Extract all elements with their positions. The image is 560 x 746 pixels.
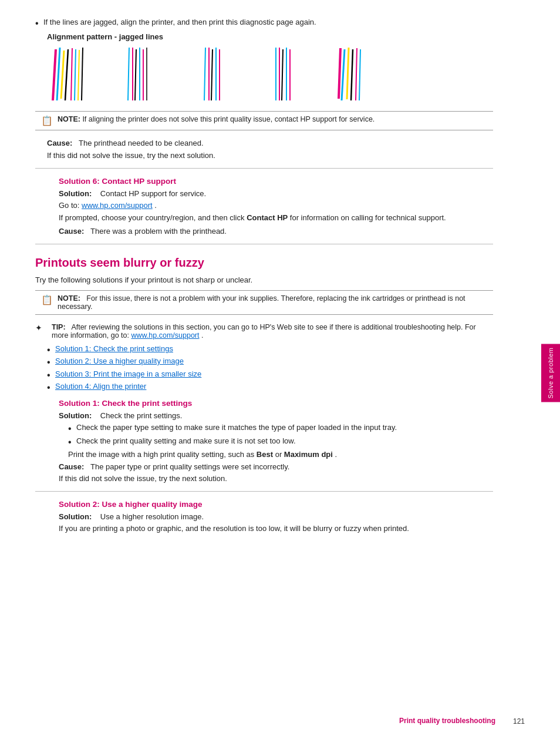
solution1-maxdpi: Maximum dpi: [284, 450, 333, 459]
solution1-bullet-2: • Check the print quality setting and ma…: [68, 436, 493, 448]
solution6-solution-text: Contact HP support for service.: [100, 189, 206, 198]
svg-line-7: [82, 48, 83, 100]
solution6-contact-hp: Contact HP: [247, 213, 288, 222]
tip-link[interactable]: www.hp.com/support: [131, 331, 199, 340]
svg-line-26: [347, 48, 349, 99]
svg-line-6: [78, 50, 79, 100]
solution6-solution-label: Solution:: [59, 189, 92, 198]
svg-line-1: [57, 48, 60, 100]
solution2-heading: Solution 2: Use a higher quality image: [59, 500, 493, 509]
alignment-pattern-image: [47, 45, 493, 105]
page-footer: Print quality troubleshooting 121: [399, 714, 525, 728]
link-3[interactable]: Solution 3: Print the image in a smaller…: [55, 369, 201, 378]
svg-line-10: [135, 49, 136, 100]
divider-1: [35, 168, 493, 169]
bullet-text: If the lines are jagged, align the print…: [43, 18, 316, 26]
link-4[interactable]: Solution 4: Align the printer: [55, 382, 146, 391]
solution1-block: Solution 1: Check the print settings Sol…: [59, 399, 493, 483]
tip-box: ✦ TIP: After reviewing the solutions in …: [35, 323, 493, 340]
link-list-item-3: • Solution 3: Print the image in a small…: [47, 369, 493, 381]
svg-line-28: [356, 48, 357, 100]
note-content-2: NOTE: For this issue, there is not a pro…: [58, 294, 487, 311]
svg-line-0: [53, 49, 56, 100]
divider-2: [35, 244, 493, 244]
solution1-period: .: [335, 450, 338, 459]
solution1-bullet-1: • Check the paper type setting to make s…: [68, 423, 493, 434]
cause-label-s1: Cause:: [59, 462, 84, 471]
link-bullet-3: •: [47, 369, 55, 381]
bullet-dot: •: [35, 18, 43, 29]
solution1-b1-dot: •: [68, 423, 76, 434]
solution1-best: Best: [257, 450, 273, 459]
solution6-goto-link[interactable]: www.hp.com/support: [82, 201, 153, 210]
top-bullet: • If the lines are jagged, align the pri…: [35, 18, 493, 29]
side-tab-label: Solve a problem: [541, 344, 560, 402]
note-text-1-content: If aligning the printer does not solve t…: [82, 115, 375, 123]
solution6-goto-text: Go to:: [59, 201, 82, 210]
solution1-b2-dot: •: [68, 436, 76, 448]
solution6-prompted: If prompted, choose your country/region,…: [59, 213, 493, 222]
tip-label: TIP:: [52, 323, 66, 331]
solution1-extra-text: Print the image with a high print qualit…: [68, 450, 257, 459]
link-list: • Solution 1: Check the print settings •…: [47, 344, 493, 393]
note-label-1: NOTE:: [58, 115, 80, 123]
solution1-b1-text: Check the paper type setting to make sur…: [76, 423, 397, 432]
svg-line-21: [282, 49, 283, 100]
tip-icon: ✦: [35, 323, 47, 332]
cause-6: Cause: There was a problem with the prin…: [59, 227, 493, 236]
solution1-solution-label: Solution:: [59, 411, 92, 420]
cause-text-1: [75, 139, 77, 147]
solution1-or: or: [275, 450, 284, 459]
link-2[interactable]: Solution 2: Use a higher quality image: [55, 357, 184, 365]
note-label-2: NOTE:: [58, 294, 80, 303]
svg-line-25: [342, 49, 345, 100]
solution2-solution-text: Use a higher resolution image.: [100, 512, 204, 521]
solution6-prompted-text: If prompted, choose your country/region,…: [59, 213, 247, 222]
note-box-1: 📋 NOTE: If aligning the printer does not…: [35, 111, 493, 130]
svg-line-4: [71, 48, 72, 100]
cause-s1: Cause: The paper type or print quality s…: [59, 462, 493, 471]
note-content-1: NOTE: If aligning the printer does not s…: [58, 115, 375, 123]
svg-line-24: [339, 48, 340, 99]
cause-text-s1: The paper type or print quality settings…: [90, 462, 289, 471]
link-list-item-1: • Solution 1: Check the print settings: [47, 344, 493, 355]
cause-1: Cause: The printhead needed to be cleane…: [47, 139, 493, 147]
note-icon-1: 📋: [41, 115, 53, 126]
footer-label: Print quality troubleshooting: [399, 717, 495, 725]
if-not-solved-s1: If this did not solve the issue, try the…: [59, 474, 493, 483]
svg-line-3: [65, 49, 68, 100]
svg-line-5: [75, 49, 76, 100]
link-bullet-4: •: [47, 382, 55, 393]
solution6-prompted-text2: for information on calling for technical…: [290, 213, 446, 222]
link-bullet-1: •: [47, 344, 55, 355]
link-list-item-2: • Solution 2: Use a higher quality image: [47, 357, 493, 368]
solution2-block: Solution 2: Use a higher quality image S…: [59, 500, 493, 533]
svg-line-2: [61, 51, 64, 99]
solution1-solution-text: Check the print settings.: [100, 411, 182, 420]
svg-line-8: [128, 48, 129, 100]
solution2-detail: If you are printing a photo or graphic, …: [59, 524, 493, 533]
solution1-heading: Solution 1: Check the print settings: [59, 399, 493, 408]
note-icon-2: 📋: [41, 294, 53, 305]
solution6-goto: Go to: www.hp.com/support .: [59, 201, 493, 210]
note-box-2: 📋 NOTE: For this issue, there is not a p…: [35, 290, 493, 315]
side-tab: Solve a problem: [541, 344, 560, 402]
link-list-item-4: • Solution 4: Align the printer: [47, 382, 493, 393]
cause-text-1-content: The printhead needed to be cleaned.: [79, 139, 204, 147]
solution1-solution: Solution: Check the print settings.: [59, 411, 493, 420]
tip-text: After reviewing the solutions in this se…: [52, 323, 476, 340]
link-bullet-2: •: [47, 357, 55, 368]
cause-text-6: There was a problem with the printhead.: [90, 227, 227, 236]
footer-page-num: 121: [513, 717, 525, 725]
note-text-2: For this issue, there is not a problem w…: [58, 294, 465, 311]
if-not-solved-1: If this did not solve the issue, try the…: [47, 151, 493, 160]
main-intro: Try the following solutions if your prin…: [35, 275, 493, 284]
solution6-heading: Solution 6: Contact HP support: [59, 177, 493, 186]
svg-line-29: [359, 49, 360, 100]
svg-line-27: [351, 49, 353, 100]
solution2-solution: Solution: Use a higher resolution image.: [59, 512, 493, 521]
main-heading: Printouts seem blurry or fuzzy: [35, 256, 493, 270]
link-1[interactable]: Solution 1: Check the print settings: [55, 344, 173, 353]
svg-line-14: [204, 48, 205, 100]
solution1-b2-text: Check the print quality setting and make…: [76, 436, 296, 445]
